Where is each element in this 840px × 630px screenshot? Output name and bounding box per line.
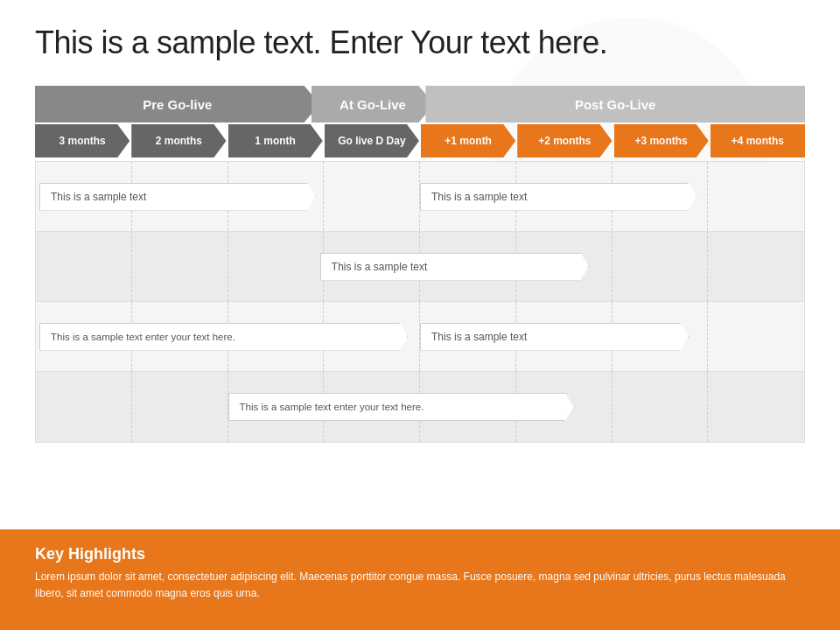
grid-cell-r3-c5 — [420, 302, 516, 371]
grid-cell-r4-c7 — [612, 372, 709, 442]
timeline-item-8: +4 months — [710, 124, 805, 158]
grid-cell-r4-c1 — [36, 372, 132, 442]
grid-cell-r3-c4 — [324, 302, 420, 371]
timeline-row: 3 months 2 months 1 month Go live D Day … — [35, 124, 805, 158]
timeline-item-7: +3 months — [614, 124, 709, 158]
grid-cell-r4-c2 — [132, 372, 228, 442]
timeline-item-2: 2 months — [131, 124, 226, 158]
grid-cell-r3-c6 — [516, 302, 612, 371]
grid-row-2: This is a sample text — [36, 232, 804, 302]
phase-at-golive: At Go-Live — [312, 86, 435, 122]
grid-cell-r3-c8 — [708, 302, 804, 371]
grid-area: This is a sample text This is a sample t… — [35, 161, 805, 443]
grid-cell-r2-c6 — [516, 232, 612, 301]
grid-cell-r1-c6 — [516, 162, 612, 231]
grid-cell-r2-c3 — [228, 232, 325, 301]
grid-cell-r2-c8 — [708, 232, 804, 301]
main-title: This is a sample text. Enter Your text h… — [35, 24, 805, 61]
timeline-item-3: 1 month — [228, 124, 323, 158]
highlight-title: Key Highlights — [35, 545, 805, 564]
grid-cell-r1-c1 — [36, 162, 132, 231]
grid-cell-r2-c2 — [132, 232, 228, 301]
grid-cell-r4-c8 — [708, 372, 804, 442]
timeline-item-1: 3 months — [35, 124, 130, 158]
grid-cell-r2-c1 — [36, 232, 132, 301]
grid-row-1: This is a sample text This is a sample t… — [36, 162, 804, 232]
grid-cell-r4-c6 — [516, 372, 612, 442]
grid-row-3: This is a sample text enter your text he… — [36, 302, 804, 372]
phase-pre-golive: Pre Go-live — [35, 86, 320, 122]
grid-cell-r4-c5 — [420, 372, 516, 442]
grid-cell-r4-c4 — [324, 372, 420, 442]
grid-cell-r1-c3 — [228, 162, 325, 231]
phase-post-golive: Post Go-Live — [425, 86, 805, 122]
phase-header: Pre Go-live At Go-Live Post Go-Live — [35, 86, 805, 122]
timeline-item-4: Go live D Day — [325, 124, 419, 158]
grid-cell-r3-c3 — [228, 302, 325, 371]
grid-cell-r4-c3 — [228, 372, 325, 442]
grid-cell-r1-c5 — [420, 162, 516, 231]
grid-cell-r2-c4 — [324, 232, 420, 301]
grid-cell-r1-c4 — [324, 162, 420, 231]
grid-cell-r2-c5 — [420, 232, 516, 301]
grid-cell-r1-c7 — [612, 162, 709, 231]
grid-cell-r3-c7 — [612, 302, 709, 371]
timeline-item-6: +2 months — [517, 124, 612, 158]
grid-cell-r2-c7 — [612, 232, 709, 301]
grid-cell-r3-c2 — [132, 302, 228, 371]
grid-cell-r1-c2 — [132, 162, 228, 231]
highlight-bar: Key Highlights Lorem ipsum dolor sit ame… — [0, 529, 840, 630]
grid-row-4: This is a sample text enter your text he… — [36, 372, 804, 442]
grid-cell-r1-c8 — [708, 162, 804, 231]
timeline-item-5: +1 month — [421, 124, 515, 158]
highlight-text: Lorem ipsum dolor sit amet, consectetuer… — [35, 569, 805, 602]
grid-cell-r3-c1 — [36, 302, 132, 371]
